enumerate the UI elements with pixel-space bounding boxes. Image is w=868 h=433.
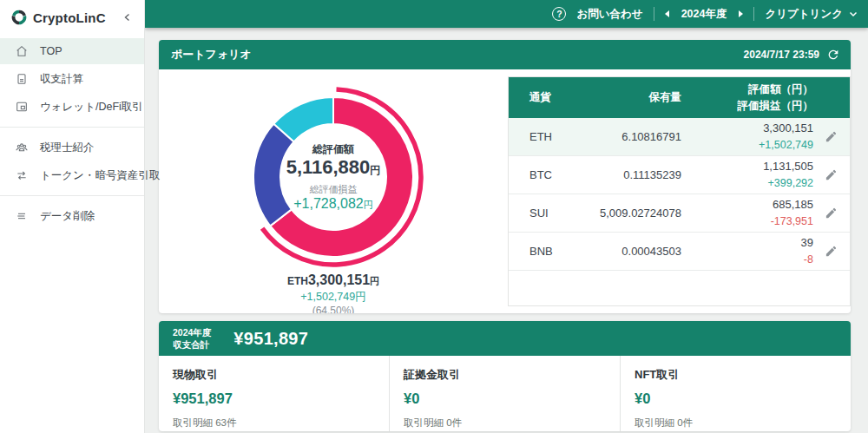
refresh-button[interactable] — [826, 48, 840, 62]
summary-col-detail: 取引明細 63件 — [173, 417, 375, 430]
summary-header: 2024年度 収支合計 ¥951,897 — [159, 321, 851, 356]
sidebar-item-top[interactable]: TOP — [0, 38, 144, 64]
summary-total-amount: ¥951,897 — [233, 329, 308, 349]
topbar: ? お問い合わせ 2024年度 クリプトリンク — [145, 0, 868, 28]
holding-amount: 0.11135239 — [600, 168, 681, 181]
brand-logo-icon — [10, 9, 28, 26]
holding-amount: 5,009.02724078 — [600, 207, 681, 220]
currency-symbol: BTC — [509, 168, 600, 181]
sidebar-header: CryptoLinC — [0, 0, 144, 35]
valuation-cell: 39 -8 — [681, 234, 813, 267]
sidebar-item-label: トークン・暗号資産引取 — [40, 168, 160, 183]
summary-col-title: 現物取引 — [173, 367, 375, 383]
summary-col-nft: NFT取引 ¥0 取引明細 0件 — [620, 356, 851, 431]
selected-slice-pl: +1,502,749円 — [159, 290, 508, 305]
donut-svg — [241, 85, 425, 269]
col-header-valuation: 評価額（円） 評価損益（円） — [681, 82, 813, 113]
valuation-cell: 1,131,505 +399,292 — [681, 158, 813, 191]
sidebar-item-label: 収支計算 — [40, 72, 83, 87]
currency-symbol: ETH — [509, 130, 600, 143]
pencil-icon — [825, 168, 838, 181]
holding-amount: 6.10816791 — [600, 130, 681, 143]
sidebar-item-label: TOP — [40, 45, 62, 57]
table-row-bnb[interactable]: BNB 0.00043503 39 -8 — [509, 233, 850, 271]
summary-col-spot: 現物取引 ¥951,897 取引明細 63件 — [159, 356, 389, 431]
sidebar-item-data-delete[interactable]: データ削除 — [0, 203, 144, 229]
table-empty-area — [509, 271, 850, 305]
table-row-btc[interactable]: BTC 0.11135239 1,131,505 +399,292 — [509, 156, 850, 194]
topbar-separator — [753, 7, 754, 21]
summary-body: 現物取引 ¥951,897 取引明細 63件 証拠金取引 ¥0 取引明細 0件 … — [159, 356, 851, 431]
summary-col-margin: 証拠金取引 ¥0 取引明細 0件 — [389, 356, 620, 431]
edit-button[interactable] — [813, 207, 850, 220]
edit-button[interactable] — [813, 245, 850, 258]
people-icon — [14, 140, 30, 155]
prev-year-button[interactable] — [665, 10, 669, 17]
valuation-cell: 3,300,151 +1,502,749 — [681, 120, 813, 153]
next-year-button[interactable] — [739, 10, 743, 17]
valuation-cell: 685,185 -173,951 — [681, 196, 813, 229]
chevron-down-icon — [849, 11, 858, 17]
sidebar-divider — [0, 127, 144, 128]
swap-icon — [14, 167, 30, 183]
donut-chart[interactable]: 総評価額 5,116,880円 総評価損益 +1,728,082円 — [241, 85, 425, 269]
summary-col-title: 証拠金取引 — [404, 367, 606, 383]
list-icon — [14, 208, 30, 224]
selected-slice-share: (64.50%) — [159, 304, 508, 313]
account-label: クリプトリンク — [765, 7, 843, 22]
pencil-icon — [825, 130, 838, 143]
portfolio-panel-header: ポートフォリオ 2024/7/17 23:59 — [159, 40, 851, 69]
main-content: ポートフォリオ 2024/7/17 23:59 総評価額 5,116,880円 … — [145, 28, 868, 433]
help-icon[interactable]: ? — [552, 7, 566, 21]
pencil-icon — [825, 207, 838, 220]
sidebar: CryptoLinC TOP 収支計算 ウォレット/DeFi取引 — [0, 0, 145, 433]
account-menu[interactable]: クリプトリンク — [765, 7, 858, 22]
summary-col-detail: 取引明細 0件 — [404, 417, 606, 430]
holdings-table: 通貨 保有量 評価額（円） 評価損益（円） ETH 6.10816791 3,3… — [508, 76, 851, 306]
summary-label: 収支合計 — [173, 338, 211, 351]
sidebar-item-label: ウォレット/DeFi取引 — [40, 100, 143, 115]
summary-col-title: NFT取引 — [635, 367, 837, 383]
brand-name: CryptoLinC — [33, 10, 120, 25]
fiscal-year-label[interactable]: 2024年度 — [681, 7, 727, 22]
home-icon — [14, 43, 30, 59]
sidebar-item-token-purchase[interactable]: トークン・暗号資産引取 — [0, 162, 144, 188]
holdings-table-header: 通貨 保有量 評価額（円） 評価損益（円） — [509, 77, 850, 118]
portfolio-body: 総評価額 5,116,880円 総評価損益 +1,728,082円 ETH3,3… — [159, 69, 851, 313]
portfolio-title: ポートフォリオ — [171, 47, 744, 62]
summary-panel: 2024年度 収支合計 ¥951,897 現物取引 ¥951,897 取引明細 … — [159, 321, 851, 431]
summary-col-amount: ¥0 — [635, 390, 837, 407]
chart-column: 総評価額 5,116,880円 総評価損益 +1,728,082円 ETH3,3… — [159, 69, 508, 313]
col-header-amount: 保有量 — [600, 90, 681, 105]
table-row-sui[interactable]: SUI 5,009.02724078 685,185 -173,951 — [509, 194, 850, 233]
sidebar-divider — [0, 195, 144, 196]
sidebar-collapse-button[interactable] — [120, 10, 135, 25]
holdings-table-column: 通貨 保有量 評価額（円） 評価損益（円） ETH 6.10816791 3,3… — [508, 69, 851, 313]
summary-period: 2024年度 — [173, 326, 211, 338]
refresh-icon — [826, 48, 840, 62]
sidebar-item-label: データ削除 — [40, 209, 95, 224]
summary-col-detail: 取引明細 0件 — [635, 417, 837, 430]
table-row-eth[interactable]: ETH 6.10816791 3,300,151 +1,502,749 — [509, 118, 850, 156]
col-header-currency: 通貨 — [509, 90, 600, 105]
contact-link[interactable]: お問い合わせ — [576, 7, 642, 22]
sidebar-item-tax-accountant[interactable]: 税理士紹介 — [0, 134, 144, 161]
edit-button[interactable] — [813, 168, 850, 181]
currency-symbol: BNB — [509, 245, 600, 258]
summary-col-amount: ¥951,897 — [173, 390, 375, 407]
sidebar-item-wallet[interactable]: ウォレット/DeFi取引 — [0, 94, 144, 120]
document-icon — [14, 71, 30, 87]
edit-button[interactable] — [813, 130, 850, 143]
selected-slice-value: ETH3,300,151円 — [159, 271, 508, 290]
last-updated-timestamp: 2024/7/17 23:59 — [744, 49, 819, 61]
pencil-icon — [825, 245, 838, 258]
summary-period-block: 2024年度 収支合計 — [173, 326, 211, 351]
wallet-icon — [14, 99, 30, 115]
sidebar-item-calc[interactable]: 収支計算 — [0, 66, 144, 92]
selected-slice-caption: ETH3,300,151円 +1,502,749円 (64.50%) — [159, 271, 508, 313]
topbar-separator — [654, 7, 654, 21]
summary-col-amount: ¥0 — [404, 390, 606, 407]
portfolio-panel: ポートフォリオ 2024/7/17 23:59 総評価額 5,116,880円 … — [159, 40, 851, 313]
holding-amount: 0.00043503 — [600, 245, 681, 258]
sidebar-nav: TOP 収支計算 ウォレット/DeFi取引 税理士紹介 トークン・暗号資産引取 — [0, 38, 144, 229]
